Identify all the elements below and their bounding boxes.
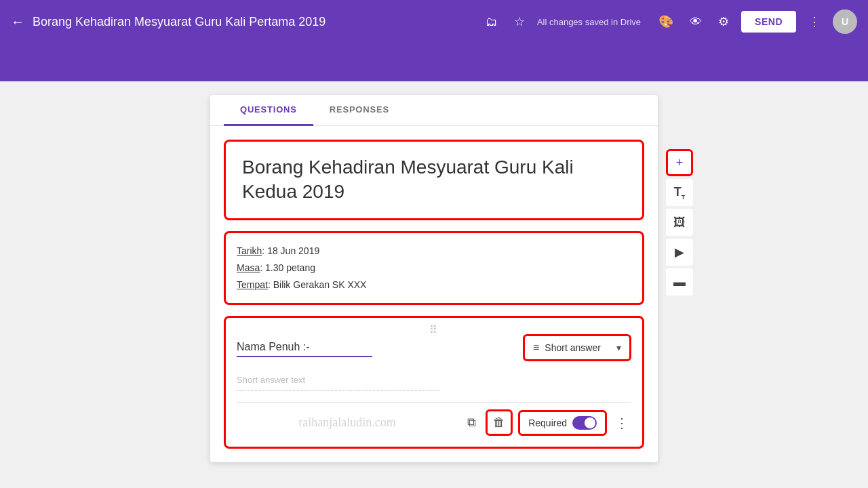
- toggle-switch[interactable]: [572, 416, 597, 430]
- video-icon: ▶: [675, 245, 684, 260]
- required-toggle[interactable]: Required: [518, 410, 607, 436]
- add-question-button[interactable]: +: [666, 149, 693, 176]
- add-section-button[interactable]: ▬: [666, 268, 693, 296]
- question-type-label: Short answer: [545, 342, 600, 353]
- folder-button[interactable]: 🗂: [481, 12, 502, 32]
- more-dots-icon: ⋮: [615, 415, 629, 430]
- desc-line3: Tempat: Bilik Gerakan SK XXX: [237, 277, 631, 293]
- sub-header-bar: [0, 43, 868, 81]
- palette-button[interactable]: 🎨: [654, 12, 677, 32]
- question-more-button[interactable]: ⋮: [612, 412, 631, 434]
- form-body: Borang Kehadiran Mesyuarat Guru Kali Ked…: [210, 126, 658, 462]
- tarikh-label: Tarikh: [237, 245, 262, 256]
- question-card-bottom: raihanjalaludin.com ⧉ 🗑 Required ⋮: [237, 402, 631, 436]
- tarikh-value: : 18 Jun 2019: [262, 245, 319, 256]
- desc-line2: Masa: 1.30 petang: [237, 260, 631, 277]
- gear-icon: ⚙: [718, 15, 729, 28]
- right-sidebar: + TT 🖼 ▶ ▬: [666, 149, 693, 296]
- star-button[interactable]: ☆: [510, 12, 529, 32]
- form-title-card: Borang Kehadiran Mesyuarat Guru Kali Ked…: [224, 140, 644, 220]
- short-answer-placeholder: Short answer text: [237, 369, 440, 391]
- trash-icon: 🗑: [493, 415, 505, 429]
- desc-line1: Tarikh: 18 Jun 2019: [237, 243, 631, 260]
- question-card: ⠿ ≡ Short answer ▾ Short answer text rai…: [224, 316, 644, 449]
- drag-handle: ⠿: [429, 323, 439, 336]
- chevron-down-icon: ▾: [616, 342, 621, 353]
- tab-questions[interactable]: QUESTIONS: [224, 95, 313, 126]
- tabs-bar: QUESTIONS RESPONSES: [210, 95, 658, 126]
- tab-responses[interactable]: RESPONSES: [313, 95, 406, 126]
- add-image-button[interactable]: 🖼: [666, 209, 693, 236]
- question-top-row: ≡ Short answer ▾: [237, 334, 631, 361]
- form-title-text: Borang Kehadiran Mesyuarat Guru Kali Ked…: [242, 155, 626, 205]
- section-icon: ▬: [673, 275, 686, 289]
- content-area: QUESTIONS RESPONSES Borang Kehadiran Mes…: [0, 81, 868, 488]
- more-menu-button[interactable]: ⋮: [804, 12, 825, 32]
- add-title-button[interactable]: TT: [666, 179, 693, 206]
- copy-icon: ⧉: [467, 415, 476, 429]
- toolbar: ← Borang Kehadiran Mesyuarat Guru Kali P…: [0, 0, 868, 43]
- copy-button[interactable]: ⧉: [463, 411, 480, 434]
- avatar[interactable]: U: [833, 9, 857, 34]
- send-button[interactable]: SEND: [741, 11, 796, 33]
- folder-icon: 🗂: [486, 15, 498, 28]
- palette-icon: 🎨: [658, 15, 673, 28]
- settings-button[interactable]: ⚙: [714, 12, 733, 32]
- back-button[interactable]: ←: [11, 14, 24, 30]
- eye-icon: 👁: [690, 15, 702, 28]
- delete-button[interactable]: 🗑: [486, 409, 513, 436]
- star-icon: ☆: [514, 15, 525, 28]
- tempat-label: Tempat: [237, 279, 268, 290]
- plus-icon: +: [676, 156, 684, 170]
- save-status: All changes saved in Drive: [537, 17, 641, 27]
- preview-button[interactable]: 👁: [686, 12, 706, 32]
- masa-value: : 1.30 petang: [260, 262, 315, 273]
- question-type-dropdown[interactable]: ≡ Short answer ▾: [523, 334, 631, 361]
- more-icon: ⋮: [808, 15, 821, 28]
- question-title-input[interactable]: [237, 338, 372, 357]
- form-title-header: Borang Kehadiran Mesyuarat Guru Kali Per…: [33, 15, 473, 29]
- required-label: Required: [528, 418, 567, 428]
- image-icon: 🖼: [673, 216, 686, 230]
- form-wrapper: QUESTIONS RESPONSES Borang Kehadiran Mes…: [210, 95, 658, 468]
- masa-label: Masa: [237, 262, 260, 273]
- text-format-icon: TT: [674, 185, 686, 201]
- form-container: QUESTIONS RESPONSES Borang Kehadiran Mes…: [210, 95, 658, 462]
- add-video-button[interactable]: ▶: [666, 239, 693, 266]
- form-description-card: Tarikh: 18 Jun 2019 Masa: 1.30 petang Te…: [224, 231, 644, 306]
- tempat-value: : Bilik Gerakan SK XXX: [268, 279, 367, 290]
- short-answer-icon: ≡: [533, 342, 539, 354]
- watermark: raihanjalaludin.com: [237, 415, 458, 430]
